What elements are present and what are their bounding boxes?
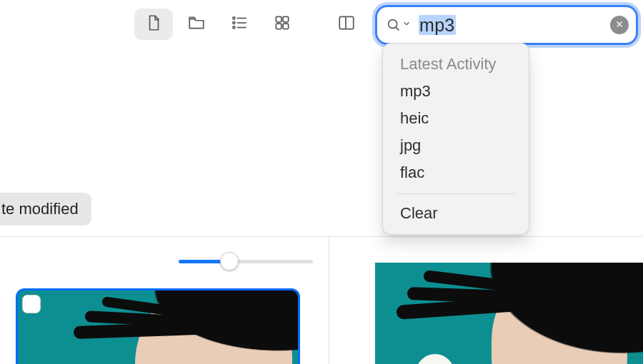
svg-point-2: [233, 21, 235, 24]
svg-rect-9: [283, 24, 289, 29]
dropdown-item[interactable]: mp3: [383, 78, 529, 105]
svg-rect-7: [283, 16, 289, 22]
pane-divider[interactable]: [329, 236, 329, 364]
svg-point-0: [233, 17, 235, 19]
svg-rect-6: [276, 16, 281, 22]
chevron-down-icon: [402, 19, 412, 31]
search-suggestions-dropdown: Latest Activity mp3 heic jpg flac Clear: [382, 43, 529, 235]
close-icon: [615, 19, 624, 31]
grid-icon: [273, 14, 291, 35]
list-view-button[interactable]: [220, 9, 259, 40]
search-icon[interactable]: [386, 17, 412, 33]
dropdown-heading: Latest Activity: [383, 52, 529, 78]
slider-track: [179, 260, 313, 263]
svg-rect-8: [276, 24, 281, 29]
thumbnail-selected[interactable]: [16, 288, 300, 364]
document-icon: [144, 14, 163, 35]
thumbnail[interactable]: [375, 263, 643, 364]
search-field-wrap: mp3: [377, 7, 636, 43]
dropdown-item[interactable]: flac: [383, 159, 529, 186]
thumbnail-size-slider[interactable]: [179, 251, 313, 271]
svg-line-13: [396, 27, 399, 30]
search-field[interactable]: mp3: [377, 7, 636, 43]
svg-rect-10: [339, 16, 354, 29]
svg-point-4: [233, 26, 235, 29]
content-divider: [0, 236, 643, 237]
dropdown-item[interactable]: jpg: [383, 132, 529, 159]
clear-search-button[interactable]: [610, 16, 629, 34]
search-input[interactable]: mp3: [419, 15, 456, 36]
document-view-button[interactable]: [134, 9, 173, 40]
thumbnail-grid-left: [16, 288, 301, 364]
view-mode-group: [134, 9, 301, 40]
slider-thumb[interactable]: [220, 252, 239, 271]
sidebar-icon: [337, 14, 356, 35]
list-icon: [230, 14, 249, 35]
folder-icon: [187, 14, 206, 35]
grid-view-button[interactable]: [263, 9, 301, 40]
dropdown-item[interactable]: heic: [383, 105, 529, 132]
toggle-sidebar-button[interactable]: [327, 9, 366, 40]
dropdown-clear[interactable]: Clear: [383, 200, 529, 227]
thumbnail-preview-right: [375, 263, 643, 364]
thumbnail-checkbox[interactable]: [22, 295, 41, 313]
folder-view-button[interactable]: [177, 9, 216, 40]
column-header-date-modified[interactable]: te modified: [0, 193, 91, 226]
svg-point-12: [389, 20, 397, 29]
dropdown-divider: [397, 193, 514, 194]
